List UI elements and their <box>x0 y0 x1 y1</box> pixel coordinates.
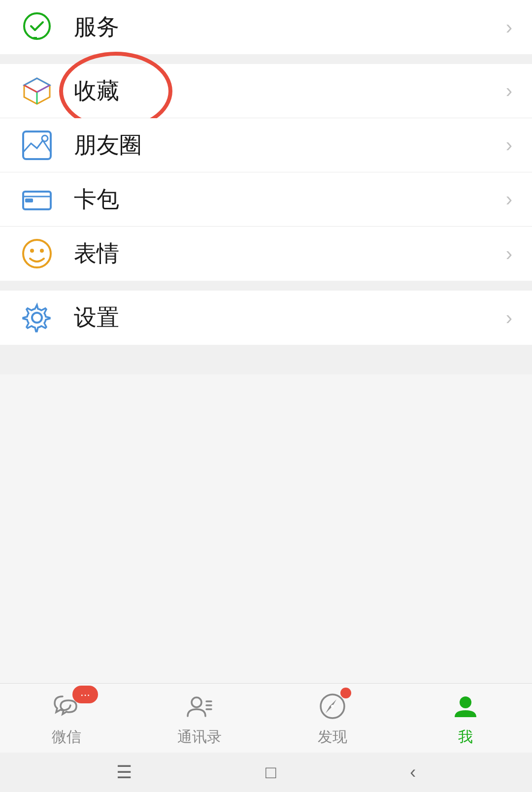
section-settings: 设置 › <box>0 291 532 345</box>
svg-point-0 <box>24 13 50 39</box>
emoji-chevron: › <box>506 243 512 265</box>
svg-point-8 <box>42 135 48 141</box>
settings-chevron: › <box>506 307 512 329</box>
wechat-nav-icon: ··· <box>50 690 83 723</box>
svg-point-22 <box>331 705 334 708</box>
divider-2 <box>0 281 532 291</box>
discover-dot-badge <box>340 688 351 698</box>
svg-line-5 <box>24 85 37 92</box>
service-icon <box>20 10 54 44</box>
moments-label: 朋友圈 <box>74 130 506 161</box>
svg-rect-11 <box>25 198 33 202</box>
menu-item-moments[interactable]: 朋友圈 › <box>0 118 532 172</box>
svg-line-6 <box>37 85 50 92</box>
wechat-badge: ··· <box>72 686 98 703</box>
service-label: 服务 <box>74 12 506 42</box>
bottom-navigation: ··· 微信 通讯录 <box>0 683 532 792</box>
svg-point-13 <box>30 249 34 253</box>
sys-back-btn[interactable]: ‹ <box>410 762 416 783</box>
emoji-label: 表情 <box>74 238 506 269</box>
system-bar: ☰ □ ‹ <box>0 753 532 792</box>
main-content: 服务 › 收藏 › <box>0 0 532 792</box>
me-nav-icon <box>449 690 482 723</box>
menu-item-wallet[interactable]: 卡包 › <box>0 172 532 227</box>
sys-menu-btn[interactable]: ☰ <box>116 762 132 783</box>
svg-point-14 <box>40 249 44 253</box>
menu-item-collection[interactable]: 收藏 › <box>0 64 532 118</box>
service-chevron: › <box>506 16 512 38</box>
svg-marker-3 <box>24 78 50 92</box>
wechat-nav-label: 微信 <box>52 727 81 747</box>
menu-item-service[interactable]: 服务 › <box>0 0 532 54</box>
discover-nav-icon <box>316 690 349 723</box>
collection-icon <box>20 74 54 108</box>
wallet-chevron: › <box>506 188 512 210</box>
collection-label: 收藏 <box>74 76 506 106</box>
divider-1 <box>0 54 532 64</box>
nav-bar: ··· 微信 通讯录 <box>0 684 532 753</box>
menu-item-settings[interactable]: 设置 › <box>0 291 532 345</box>
contacts-nav-label: 通讯录 <box>177 727 222 747</box>
nav-item-discover[interactable]: 发现 <box>266 684 399 753</box>
spacer <box>0 345 532 374</box>
wallet-icon <box>20 182 54 217</box>
svg-point-16 <box>192 697 201 707</box>
moments-icon <box>20 128 54 163</box>
settings-icon <box>20 300 54 335</box>
section-main: 收藏 › 朋友圈 › <box>0 64 532 281</box>
contacts-nav-icon <box>183 690 216 723</box>
svg-point-12 <box>23 240 51 267</box>
discover-nav-label: 发现 <box>318 727 347 747</box>
wallet-label: 卡包 <box>74 184 506 215</box>
svg-point-23 <box>460 696 471 708</box>
nav-item-me[interactable]: 我 <box>399 684 532 753</box>
collection-chevron: › <box>506 80 512 102</box>
nav-item-contacts[interactable]: 通讯录 <box>133 684 266 753</box>
me-nav-label: 我 <box>458 727 473 747</box>
nav-item-wechat[interactable]: ··· 微信 <box>0 684 133 753</box>
moments-chevron: › <box>506 134 512 156</box>
menu-item-emoji[interactable]: 表情 › <box>0 227 532 281</box>
settings-label: 设置 <box>74 302 506 333</box>
section-service: 服务 › <box>0 0 532 54</box>
svg-point-15 <box>32 313 42 323</box>
emoji-icon <box>20 236 54 271</box>
sys-home-btn[interactable]: □ <box>266 762 276 783</box>
